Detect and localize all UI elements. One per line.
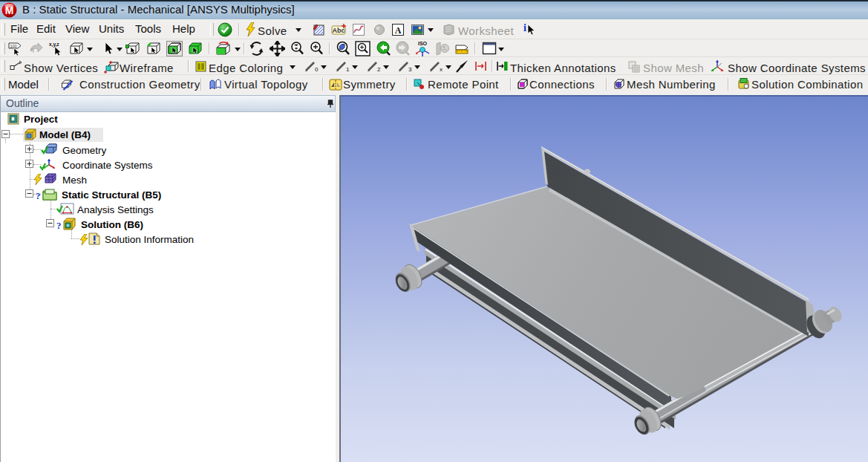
svg-text:M: M [5,4,14,16]
svg-text:Abc: Abc [332,27,345,34]
svg-text:3: 3 [408,66,412,73]
svg-text:2: 2 [377,66,381,73]
svg-text:0: 0 [315,66,319,73]
svg-text:1: 1 [346,66,350,73]
svg-text:A: A [395,25,402,36]
svg-text:x: x [440,66,443,73]
svg-text:x,y,z: x,y,z [49,42,59,48]
svg-text:ISO: ISO [418,41,428,46]
svg-text:100: 100 [10,44,16,48]
